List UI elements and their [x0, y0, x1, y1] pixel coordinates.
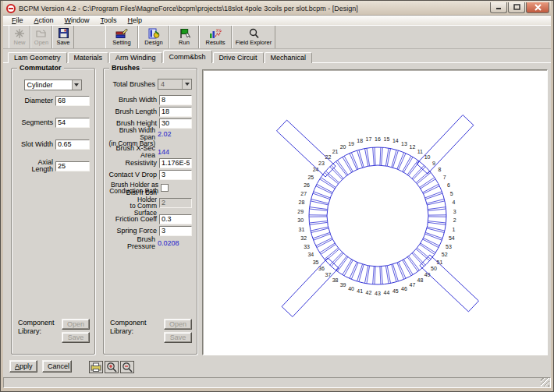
segment-label: 9: [432, 161, 435, 166]
segment-label: 14: [392, 138, 399, 143]
segment-label: 45: [392, 288, 399, 294]
segment-label: 42: [366, 290, 372, 295]
segment-label: 5: [450, 191, 453, 196]
zoom-in-button[interactable]: [105, 361, 119, 373]
resistivity-field[interactable]: [159, 158, 192, 168]
segment-label: 3: [453, 209, 456, 214]
segment-label: 28: [299, 200, 305, 205]
title-bar: BCPM Version 4.2 - C:\Program Files\Magn…: [3, 1, 551, 15]
chevron-down-icon: [182, 79, 191, 89]
new-document-icon: [14, 27, 25, 39]
minimize-button[interactable]: [490, 2, 507, 13]
menu-action[interactable]: Action: [29, 16, 59, 25]
commutator-type-value: Cylinder: [27, 81, 53, 89]
design-tools-icon: [148, 27, 160, 39]
segment-label: 20: [340, 144, 346, 150]
friction-coeff-field[interactable]: [159, 214, 192, 224]
svg-text:XY: XY: [216, 28, 221, 32]
brush-pressure-value: 0.0208: [158, 239, 192, 247]
resistivity-label: Resistivity: [108, 160, 157, 167]
segment-label: 26: [304, 182, 310, 188]
brush-outline: [277, 120, 336, 177]
segment-label: 39: [340, 282, 346, 288]
save-button[interactable]: Save: [52, 26, 74, 48]
status-bar: [3, 377, 551, 388]
view-buttons: [89, 361, 136, 373]
segment-label: 33: [304, 244, 310, 249]
brush-outline: [417, 115, 474, 175]
cancel-button[interactable]: Cancel: [42, 360, 72, 373]
brush-height-field[interactable]: [159, 118, 192, 129]
contact-vdrop-field[interactable]: [159, 170, 192, 180]
brush-length-field[interactable]: [159, 107, 192, 117]
brush-width-field[interactable]: [159, 95, 192, 105]
zoom-out-button[interactable]: [120, 361, 134, 373]
tab-comm-bsh[interactable]: Comm&bsh: [163, 50, 212, 63]
tab-materials[interactable]: Materials: [68, 52, 109, 63]
segment-label: 16: [375, 136, 381, 142]
segment-label: 12: [410, 144, 416, 150]
window-title: BCPM Version 4.2 - C:\Program Files\Magn…: [19, 5, 487, 12]
results-button[interactable]: XY Results: [199, 26, 232, 48]
spring-force-field[interactable]: [159, 226, 192, 236]
segment-label: 46: [401, 286, 407, 291]
close-button[interactable]: [526, 2, 549, 13]
tab-mechanical[interactable]: Mechanical: [265, 52, 313, 63]
segments-label: Segments: [16, 119, 53, 126]
apply-button[interactable]: Apply: [9, 360, 37, 373]
chevron-down-icon[interactable]: [72, 80, 81, 90]
drawing-canvas[interactable]: 1234567891011121314151617181920212223242…: [202, 69, 548, 355]
new-button: New: [9, 26, 30, 48]
menu-help[interactable]: Help: [123, 16, 148, 25]
resize-grip-icon[interactable]: [541, 378, 549, 387]
holder-conduction-checkbox[interactable]: [161, 184, 169, 192]
brushes-group-title: Brushes: [109, 64, 142, 72]
tab-arm-winding[interactable]: Arm Winding: [109, 52, 162, 63]
printer-icon: [91, 362, 101, 372]
commutator-type-select[interactable]: Cylinder: [24, 79, 82, 90]
run-button[interactable]: Run: [169, 26, 199, 48]
component-library-label: Component Library:: [18, 319, 62, 343]
segment-label: 30: [297, 217, 304, 223]
run-flag-icon: [179, 27, 190, 39]
brush-length-label: Brush Length: [108, 108, 157, 115]
segment-label: 19: [348, 141, 354, 147]
slot-width-field[interactable]: [55, 139, 90, 150]
diameter-field[interactable]: [55, 96, 90, 106]
axial-length-label: Axial Length: [16, 159, 53, 173]
zoom-out-icon: [122, 362, 133, 373]
friction-coeff-label: Friction Coeff: [108, 216, 157, 223]
window-controls: [490, 2, 549, 13]
segment-label: 43: [375, 291, 381, 296]
setting-layers-icon: [115, 27, 128, 39]
print-button[interactable]: [89, 361, 103, 373]
brush-outline: [282, 258, 339, 317]
segment-label: 54: [449, 235, 455, 241]
menu-window[interactable]: Window: [59, 16, 95, 25]
design-button[interactable]: Design: [138, 26, 169, 48]
menu-file[interactable]: File: [6, 16, 29, 25]
segment-label: 29: [297, 209, 304, 214]
component-library-label: Component Library:: [110, 319, 164, 343]
tab-lam-geometry[interactable]: Lam Geometry: [8, 52, 67, 63]
open-folder-icon: [36, 27, 47, 39]
brush-outline: [420, 255, 479, 312]
library-save-button: Save: [164, 332, 192, 343]
library-open-button: Open: [62, 319, 90, 330]
brush-pressure-label: Brush Pressure: [108, 236, 155, 250]
segment-label: 6: [447, 182, 450, 188]
brush-xsec-value: 144: [158, 148, 192, 156]
maximize-button[interactable]: [508, 2, 525, 13]
segment-label: 44: [384, 290, 390, 295]
axial-length-field[interactable]: [55, 161, 90, 171]
segment-label: 40: [348, 286, 354, 291]
setting-button[interactable]: Setting: [105, 26, 138, 48]
field-explorer-button[interactable]: Field Explorer: [232, 26, 275, 48]
segment-label: 48: [417, 277, 424, 283]
segment-label: 13: [401, 141, 407, 147]
menu-tools[interactable]: Tools: [95, 16, 123, 25]
segments-field[interactable]: [55, 118, 90, 128]
tab-drive-circuit[interactable]: Drive Circuit: [213, 52, 264, 63]
segment-label: 38: [332, 277, 339, 283]
total-brushes-select: 4: [158, 79, 192, 90]
